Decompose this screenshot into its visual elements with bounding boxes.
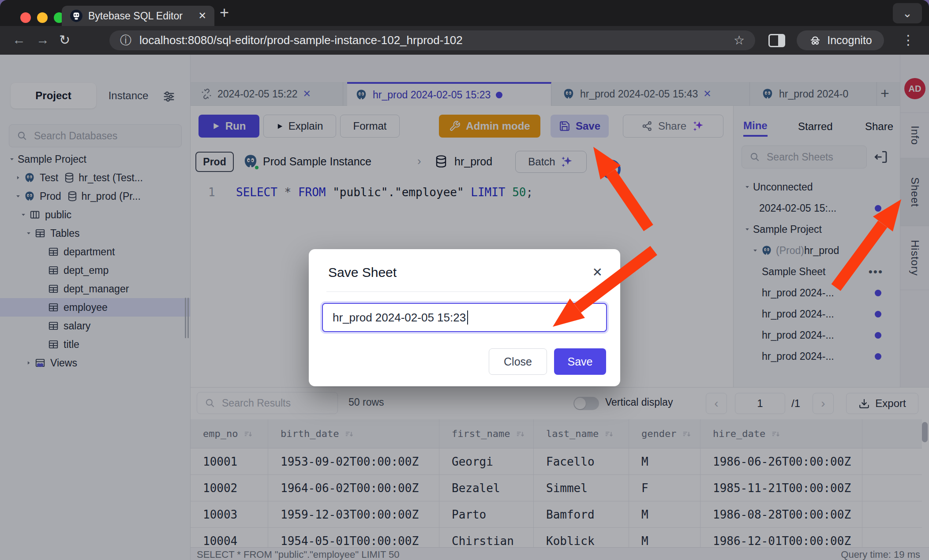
- tab-list-chevron-button[interactable]: ⌄: [893, 3, 922, 23]
- window-close-button[interactable]: [20, 12, 31, 23]
- browser-window: Bytebase SQL Editor ✕ + ⌄ ← → ↻ ⓘ localh…: [0, 0, 929, 560]
- text-caret: [467, 310, 468, 325]
- new-browser-tab-button[interactable]: +: [220, 4, 229, 22]
- site-info-icon[interactable]: ⓘ: [120, 33, 131, 48]
- browser-tab[interactable]: Bytebase SQL Editor ✕: [62, 6, 214, 26]
- dialog-divider: [326, 291, 603, 292]
- browser-tab-close-icon[interactable]: ✕: [199, 10, 206, 22]
- save-sheet-dialog: Save Sheet ✕ hr_prod 2024-02-05 15:23 Cl…: [309, 249, 620, 386]
- incognito-icon: [809, 34, 822, 47]
- sheet-name-input[interactable]: hr_prod 2024-02-05 15:23: [322, 303, 607, 332]
- bytebase-app: Project Instance Search Databases Sample…: [0, 55, 929, 560]
- reload-button-icon[interactable]: ↻: [59, 32, 70, 48]
- dialog-save-button[interactable]: Save: [554, 348, 606, 375]
- dialog-close-icon[interactable]: ✕: [592, 265, 603, 280]
- back-button-icon[interactable]: ←: [12, 32, 26, 47]
- incognito-badge: Incognito: [797, 30, 884, 50]
- dialog-close-button[interactable]: Close: [489, 348, 547, 375]
- side-panel-icon[interactable]: [768, 34, 785, 47]
- browser-tab-strip: Bytebase SQL Editor ✕ + ⌄: [0, 0, 929, 26]
- incognito-label: Incognito: [827, 34, 872, 47]
- browser-toolbar: ← → ↻ ⓘ localhost:8080/sql-editor/prod-s…: [0, 26, 929, 55]
- forward-button-icon[interactable]: →: [36, 32, 49, 47]
- bytebase-favicon-icon: [70, 9, 83, 22]
- dialog-title: Save Sheet: [328, 265, 397, 280]
- address-bar[interactable]: ⓘ localhost:8080/sql-editor/prod-sample-…: [109, 30, 755, 50]
- browser-tab-title: Bytebase SQL Editor: [88, 10, 193, 22]
- url-text: localhost:8080/sql-editor/prod-sample-in…: [139, 34, 726, 47]
- bookmark-star-icon[interactable]: ☆: [734, 33, 745, 48]
- browser-menu-icon[interactable]: ⋮: [902, 32, 915, 48]
- window-minimize-button[interactable]: [37, 12, 48, 23]
